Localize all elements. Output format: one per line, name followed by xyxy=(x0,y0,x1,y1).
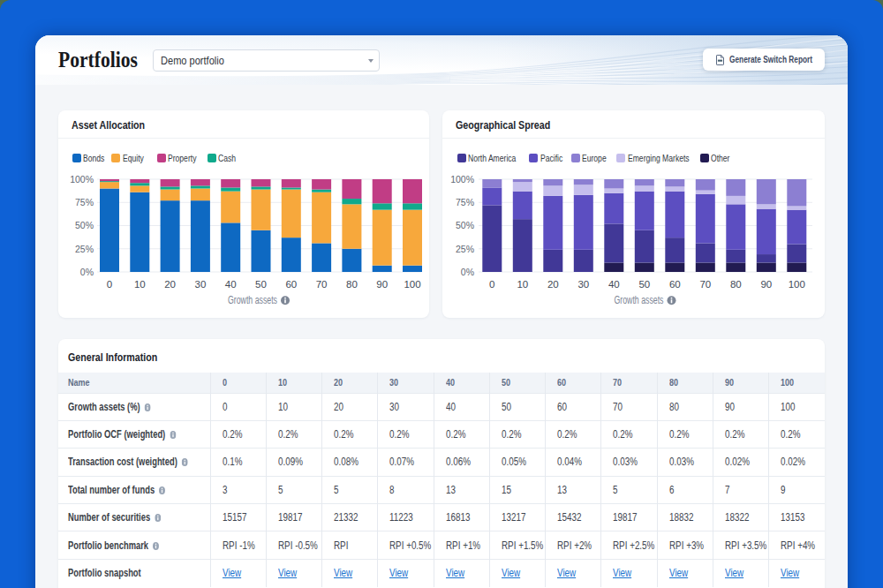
svg-text:50%: 50% xyxy=(456,220,474,230)
svg-text:100: 100 xyxy=(404,279,420,290)
svg-text:70: 70 xyxy=(316,279,328,290)
svg-text:40: 40 xyxy=(608,279,620,290)
svg-text:20: 20 xyxy=(547,279,559,290)
svg-text:50: 50 xyxy=(255,279,267,290)
svg-text:30: 30 xyxy=(577,279,589,290)
svg-text:Growth assets: Growth assets xyxy=(228,294,277,306)
svg-text:10: 10 xyxy=(134,279,146,290)
svg-text:40: 40 xyxy=(225,279,237,290)
svg-text:80: 80 xyxy=(346,279,358,290)
svg-text:90: 90 xyxy=(376,279,388,290)
svg-text:0: 0 xyxy=(107,279,112,290)
svg-text:100%: 100% xyxy=(70,174,94,185)
svg-text:20: 20 xyxy=(164,279,176,290)
svg-text:0%: 0% xyxy=(80,267,94,277)
svg-text:75%: 75% xyxy=(75,197,94,207)
svg-text:50%: 50% xyxy=(75,220,94,230)
svg-text:30: 30 xyxy=(195,279,207,290)
svg-text:25%: 25% xyxy=(75,244,94,254)
svg-text:50: 50 xyxy=(638,279,650,290)
svg-text:Growth assets: Growth assets xyxy=(615,294,664,306)
svg-text:0: 0 xyxy=(489,279,494,290)
svg-text:60: 60 xyxy=(669,279,681,290)
svg-text:0%: 0% xyxy=(461,267,474,277)
svg-text:70: 70 xyxy=(699,279,711,290)
svg-text:100%: 100% xyxy=(450,174,474,185)
svg-text:100: 100 xyxy=(789,279,805,290)
svg-text:60: 60 xyxy=(285,279,297,290)
svg-text:90: 90 xyxy=(760,279,772,290)
svg-text:80: 80 xyxy=(730,279,742,290)
svg-text:25%: 25% xyxy=(456,244,474,254)
svg-text:75%: 75% xyxy=(456,197,474,207)
svg-text:10: 10 xyxy=(517,279,528,290)
